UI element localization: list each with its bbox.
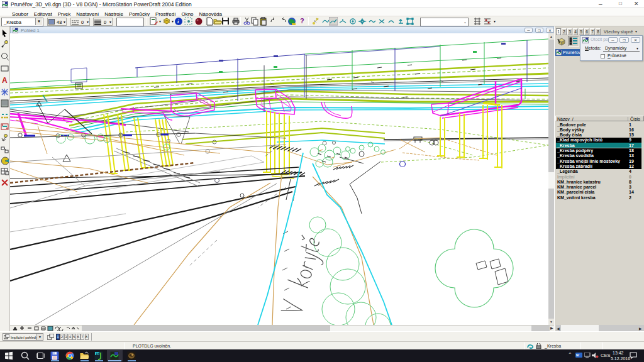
svg-text:A: A xyxy=(2,76,8,84)
svg-text:18: 18 xyxy=(96,352,99,356)
